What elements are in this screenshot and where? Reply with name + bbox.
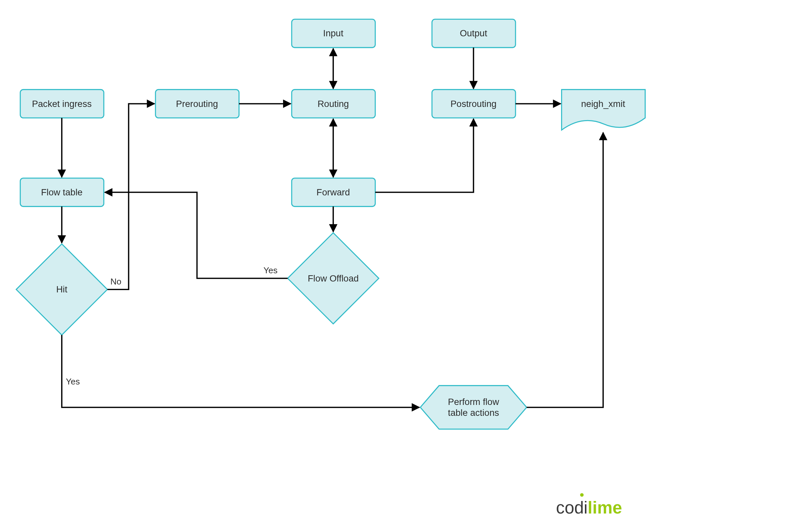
label-postrouting: Postrouting bbox=[451, 99, 497, 109]
svg-text:codilime: codilime bbox=[556, 498, 622, 517]
label-offload-yes: Yes bbox=[263, 265, 278, 275]
node-hit: Hit bbox=[16, 244, 107, 335]
label-perform-actions-2: table actions bbox=[448, 407, 499, 418]
label-hit: Hit bbox=[56, 284, 67, 294]
node-flow-offload: Flow Offload bbox=[288, 233, 379, 324]
edge-forward-postrouting bbox=[375, 119, 473, 192]
label-routing: Routing bbox=[317, 99, 349, 109]
node-neigh-xmit bbox=[562, 90, 645, 130]
edge-hit-yes-perform bbox=[62, 335, 419, 407]
label-packet-ingress: Packet ingress bbox=[32, 99, 92, 109]
edge-perform-neigh bbox=[527, 133, 603, 407]
label-flow-table: Flow table bbox=[41, 187, 82, 197]
label-prerouting: Prerouting bbox=[176, 99, 218, 109]
label-flow-offload: Flow Offload bbox=[308, 273, 359, 284]
label-input: Input bbox=[323, 28, 344, 38]
label-hit-yes: Yes bbox=[66, 377, 80, 386]
label-hit-no: No bbox=[110, 277, 121, 286]
edge-hit-no-prerouting bbox=[107, 103, 154, 289]
svg-point-1 bbox=[580, 493, 584, 497]
label-forward: Forward bbox=[316, 187, 350, 197]
label-perform-actions-1: Perform flow bbox=[448, 397, 499, 407]
label-neigh-xmit: neigh_xmit bbox=[581, 99, 626, 109]
flowchart: Input Output Packet ingress Prerouting R… bbox=[0, 0, 790, 532]
label-output: Output bbox=[460, 28, 487, 38]
edge-offload-flowtable bbox=[105, 192, 288, 279]
logo-codilime: codilime bbox=[556, 493, 622, 517]
node-perform-actions: Perform flow table actions bbox=[420, 385, 527, 429]
